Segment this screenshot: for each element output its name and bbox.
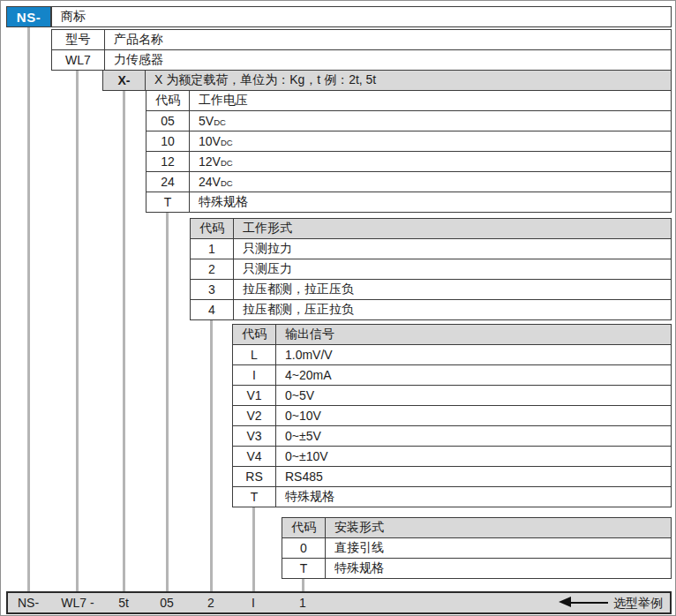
voltage-value: 24V: [199, 175, 221, 189]
table-row: 24 24VDC: [146, 172, 672, 192]
table-row: 05 5VDC: [146, 111, 672, 131]
output-desc-cell: 0~5V: [276, 386, 672, 406]
output-desc-cell: 1.0mV/V: [276, 345, 672, 365]
example-value: NS-: [18, 593, 39, 612]
rated-load-row: X- X 为额定载荷，单位为：Kg，t 例：2t, 5t: [102, 70, 672, 91]
mode-header-desc: 工作形式: [234, 219, 672, 239]
output-desc-cell: 0~±10V: [276, 447, 672, 467]
mount-form-table: 代码 安装形式 0 直接引线 T 特殊规格: [282, 517, 672, 579]
voltage-value: 10V: [199, 134, 221, 148]
table-row: V4 0~±10V: [233, 447, 672, 467]
model-table: 型号 产品名称 WL7 力传感器: [51, 29, 672, 71]
table-row: 3 拉压都测，拉正压负: [191, 280, 672, 300]
table-row: T 特殊规格: [233, 487, 672, 507]
example-value: 1: [299, 593, 306, 612]
example-value: I: [252, 593, 255, 612]
voltage-code-cell: 24: [146, 172, 190, 192]
mount-header-desc: 安装形式: [326, 518, 672, 538]
output-desc-cell: 0~10V: [276, 406, 672, 426]
connector-output: [252, 505, 255, 591]
mode-desc-cell: 只测压力: [234, 259, 672, 280]
output-code-cell: V3: [233, 426, 276, 447]
table-row: 2 只测压力: [191, 259, 672, 280]
table-row: T 特殊规格: [146, 192, 672, 213]
mount-header-code: 代码: [282, 518, 326, 538]
mode-desc-cell: 拉压都测，拉正压负: [234, 280, 672, 300]
voltage-desc-cell: 12VDC: [190, 152, 672, 172]
left-arrow-icon: [559, 597, 571, 607]
example-value: 05: [160, 593, 174, 612]
voltage-table: 代码 工作电压 05 5VDC 10 10VDC 12 12VDC 24 24V…: [146, 90, 672, 213]
voltage-code-cell: 05: [146, 111, 190, 131]
connector-voltage: [166, 210, 169, 591]
model-code-cell: WL7: [52, 50, 105, 71]
example-value: WL7 -: [61, 593, 94, 612]
mode-code-cell: 3: [191, 280, 234, 300]
table-row: L 1.0mV/V: [233, 345, 672, 365]
table-header-row: 型号 产品名称: [52, 30, 672, 50]
mode-desc-cell: 拉压都测，压正拉负: [234, 300, 672, 320]
voltage-value: 5V: [199, 114, 214, 128]
mount-desc-cell: 直接引线: [326, 538, 672, 559]
output-desc-cell: 0~±5V: [276, 426, 672, 447]
voltage-header-desc: 工作电压: [190, 91, 672, 111]
voltage-unit-sub: DC: [214, 117, 226, 127]
table-row: 0 直接引线: [282, 538, 672, 559]
table-row: 12 12VDC: [146, 152, 672, 172]
voltage-desc-cell: 10VDC: [190, 131, 672, 152]
voltage-code-cell: T: [146, 192, 190, 213]
connector-brand: [27, 27, 30, 591]
mode-code-cell: 1: [191, 239, 234, 259]
mount-code-cell: T: [282, 559, 326, 579]
output-code-cell: L: [233, 345, 276, 365]
voltage-value: 12V: [199, 154, 221, 169]
output-desc-cell: 4~20mA: [276, 365, 672, 386]
output-header-code: 代码: [233, 325, 276, 345]
ordering-code-diagram: NS- 商标 型号 产品名称 WL7 力传感器 X- X 为额定载荷，单位为：K…: [0, 0, 676, 616]
table-row: 4 拉压都测，压正拉负: [191, 300, 672, 320]
brand-prefix-badge: NS-: [6, 6, 51, 27]
table-row: WL7 力传感器: [52, 50, 672, 71]
voltage-desc-cell: 5VDC: [190, 111, 672, 131]
selection-example-bar: NS- WL7 - 5t 05 2 I 1 选型举例: [6, 591, 672, 614]
output-desc-cell: RS485: [276, 467, 672, 487]
voltage-code-cell: 12: [146, 152, 190, 172]
voltage-unit-sub: DC: [221, 138, 233, 147]
table-header-row: 代码 输出信号: [233, 325, 672, 345]
mode-code-cell: 4: [191, 300, 234, 320]
connector-load: [123, 89, 125, 591]
voltage-unit-sub: DC: [221, 158, 233, 168]
work-mode-table: 代码 工作形式 1 只测拉力 2 只测压力 3 拉压都测，拉正压负 4 拉压都测…: [190, 218, 672, 320]
mount-desc-cell: 特殊规格: [326, 559, 672, 579]
table-row: V3 0~±5V: [233, 426, 672, 447]
example-label: 选型举例: [613, 593, 663, 612]
voltage-desc-cell: 特殊规格: [190, 192, 672, 213]
example-value: 2: [207, 593, 214, 612]
left-arrow-tail: [571, 602, 608, 604]
trademark-cell: 商标: [51, 6, 672, 27]
mode-header-code: 代码: [191, 219, 234, 239]
connector-model: [76, 69, 79, 591]
load-desc-cell: X 为额定载荷，单位为：Kg，t 例：2t, 5t: [146, 71, 672, 91]
voltage-header-code: 代码: [146, 91, 190, 111]
table-row: T 特殊规格: [282, 559, 672, 579]
load-code-cell: X-: [103, 71, 146, 91]
table-row: I 4~20mA: [233, 365, 672, 386]
connector-mode: [210, 318, 213, 591]
output-signal-table: 代码 输出信号 L 1.0mV/V I 4~20mA V1 0~5V V2 0~…: [232, 324, 672, 507]
table-header-row: 代码 工作电压: [146, 91, 672, 111]
output-code-cell: V1: [233, 386, 276, 406]
mount-code-cell: 0: [282, 538, 326, 559]
table-row: V1 0~5V: [233, 386, 672, 406]
model-header-code: 型号: [52, 30, 105, 50]
table-row: 1 只测拉力: [191, 239, 672, 259]
table-header-row: 代码 安装形式: [282, 518, 672, 538]
table-row: RS RS485: [233, 467, 672, 487]
model-desc-cell: 力传感器: [105, 50, 672, 71]
model-header-desc: 产品名称: [105, 30, 672, 50]
mode-code-cell: 2: [191, 259, 234, 280]
output-desc-cell: 特殊规格: [276, 487, 672, 507]
output-code-cell: V4: [233, 447, 276, 467]
table-header-row: 代码 工作形式: [191, 219, 672, 239]
table-row: 10 10VDC: [146, 131, 672, 152]
